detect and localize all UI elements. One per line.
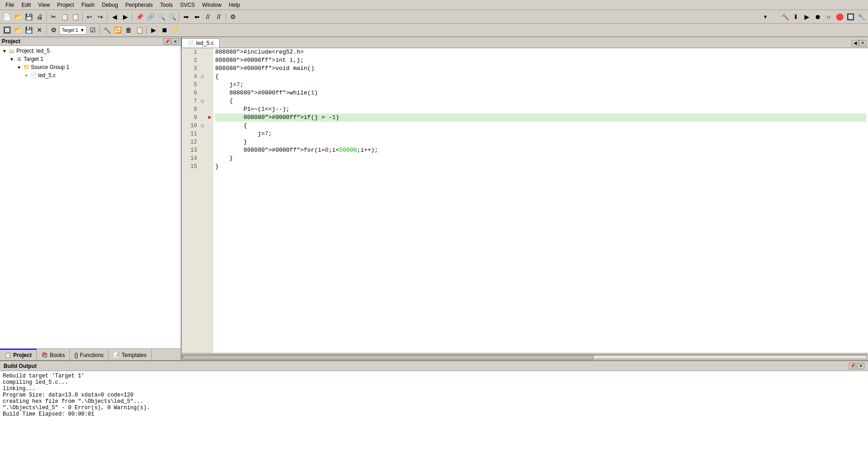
settings-button[interactable]: ⚙ <box>228 12 238 22</box>
target-close-button[interactable]: ✕ <box>35 25 44 35</box>
target-prop-button[interactable]: ⚙ <box>49 25 59 35</box>
flash-button[interactable]: ⚡ <box>170 25 180 35</box>
menu-view[interactable]: View <box>35 1 54 9</box>
run-button[interactable]: ▶ <box>148 25 158 35</box>
prev-button[interactable]: ◀ <box>109 12 119 22</box>
code-line-8[interactable]: P1=~(1<<j--); <box>215 105 866 114</box>
scrollbar-track[interactable] <box>182 355 867 359</box>
editor-scrollbar[interactable] <box>182 353 868 360</box>
menu-debug[interactable]: Debug <box>99 1 122 9</box>
tab-books[interactable]: 📚 Books <box>37 349 70 360</box>
save-button[interactable]: 💾 <box>24 12 34 22</box>
target-select-button[interactable]: ☑ <box>88 25 98 35</box>
rebuild-button[interactable]: 🔁 <box>113 25 123 35</box>
code-line-3[interactable]: 808080">#0000ff">void main() <box>215 64 866 73</box>
undo-button[interactable]: ↩ <box>84 12 94 22</box>
code-line-14[interactable]: } <box>215 154 866 163</box>
tab-functions[interactable]: {} Functions <box>70 349 108 360</box>
find-button[interactable]: 🔍 <box>167 12 177 22</box>
save-all-button[interactable]: 🖨 <box>35 12 44 22</box>
download-button[interactable]: ⬇ <box>791 12 801 22</box>
code-line-9[interactable]: 808080">#0000ff">if(j = -1) <box>215 114 866 122</box>
project-tab-label: Project <box>13 352 32 358</box>
new-file-button[interactable]: 📄 <box>2 12 12 22</box>
batch-button[interactable]: 📋 <box>134 25 144 35</box>
tab-templates[interactable]: 📝 Templates <box>108 349 152 360</box>
inspect-button[interactable]: 🔧 <box>856 12 866 22</box>
clean-button[interactable]: 🗑 <box>123 25 133 35</box>
reset-button[interactable]: ○ <box>824 12 833 22</box>
build-output-close-button[interactable]: ✕ <box>857 363 864 369</box>
editor-area: 📄 led_5.c ◀ ✕ 1234□567□89►10□1112131415 … <box>182 37 868 360</box>
cut-button[interactable]: ✂ <box>49 12 59 22</box>
menu-peripherals[interactable]: Peripherals <box>122 1 157 9</box>
tree-item-target[interactable]: ▼ 🖥 Target 1 <box>1 55 180 63</box>
fold-marker-7[interactable]: □ <box>199 99 206 104</box>
halt-button[interactable]: 🛑 <box>834 12 844 22</box>
code-editor[interactable]: 1234□567□89►10□1112131415 808080">#inclu… <box>182 48 868 353</box>
menu-flash[interactable]: Flash <box>78 1 98 9</box>
tree-toggle-source-group[interactable]: ▼ <box>15 64 23 71</box>
code-line-7[interactable]: { <box>215 97 866 105</box>
view-button[interactable]: 🔲 <box>845 12 855 22</box>
target-dropdown[interactable]: Target 1 ▼ <box>59 25 87 35</box>
code-line-10[interactable]: { <box>215 122 866 130</box>
menu-file[interactable]: File <box>2 1 18 9</box>
link-button[interactable]: 🔗 <box>145 12 155 22</box>
build-target-button[interactable]: 🔨 <box>102 25 112 35</box>
menu-edit[interactable]: Edit <box>18 1 35 9</box>
tree-item-source-group[interactable]: ▼ 📁 Source Group 1 <box>1 63 180 71</box>
outdent-button[interactable]: ⬅ <box>192 12 202 22</box>
target-save-button[interactable]: 💾 <box>24 25 34 35</box>
tree-toggle-target[interactable]: ▼ <box>8 55 15 63</box>
scrollbar-thumb[interactable] <box>183 355 593 360</box>
copy-button[interactable]: 📋 <box>59 12 69 22</box>
build2-button[interactable]: 🔨 <box>780 12 790 22</box>
editor-tab-led5c[interactable]: 📄 led_5.c <box>182 38 220 48</box>
paste-button[interactable]: 📋 <box>70 12 80 22</box>
tree-toggle-file[interactable]: + <box>23 72 30 79</box>
target-build-button[interactable]: 🔲 <box>2 25 12 35</box>
tab-project[interactable]: 📋 Project <box>0 349 37 360</box>
code-line-12[interactable]: } <box>215 138 866 146</box>
code-line-1[interactable]: 808080">#include<reg52.h> <box>215 48 866 56</box>
editor-expand-button[interactable]: ✕ <box>859 40 866 46</box>
editor-close-button[interactable]: ◀ <box>852 40 859 46</box>
panel-close-button[interactable]: ✕ <box>172 38 179 45</box>
code-line-13[interactable]: 808080">#0000ff">for(i=0;i<50000;i++); <box>215 146 866 154</box>
code-line-4[interactable]: { <box>215 73 866 81</box>
code-line-15[interactable]: } <box>215 163 866 171</box>
menu-project[interactable]: Project <box>54 1 78 9</box>
stop-button[interactable]: ⏺ <box>813 12 823 22</box>
gutter-line-4: 4□ <box>182 73 213 81</box>
redo-button[interactable]: ↪ <box>95 12 105 22</box>
debug-run-button[interactable]: ▶ <box>802 12 812 22</box>
open-button[interactable]: 📂 <box>13 12 23 22</box>
tree-toggle-project[interactable]: ▼ <box>1 47 8 55</box>
tree-item-project[interactable]: ▼ 🗂 Project: led_5 <box>1 47 180 55</box>
code-line-11[interactable]: j=7; <box>215 130 866 138</box>
menu-svcs[interactable]: SVCS <box>177 1 199 9</box>
menu-tools[interactable]: Tools <box>157 1 177 9</box>
uncomment-button[interactable]: // <box>214 12 224 22</box>
menu-window[interactable]: Window <box>198 1 225 9</box>
tree-item-led5c[interactable]: + 📄 led_5.c <box>1 71 180 79</box>
menu-help[interactable]: Help <box>225 1 244 9</box>
mode-button[interactable]: ▼ <box>752 12 779 22</box>
code-content[interactable]: 808080">#include<reg52.h>808080">#0000ff… <box>213 48 868 353</box>
comment-button[interactable]: // <box>203 12 213 22</box>
panel-pin-button[interactable]: 📌 <box>163 38 171 45</box>
search-button[interactable]: 🔍 <box>156 12 166 22</box>
fold-marker-4[interactable]: □ <box>199 74 206 79</box>
code-line-5[interactable]: j=7; <box>215 81 866 89</box>
fold-marker-10[interactable]: □ <box>199 124 206 129</box>
code-line-6[interactable]: 808080">#0000ff">while(1) <box>215 89 866 97</box>
stop2-button[interactable]: ⏹ <box>159 25 169 35</box>
panel-controls: 📌 ✕ <box>163 38 179 45</box>
next-button[interactable]: ▶ <box>120 12 130 22</box>
build-output-pin-button[interactable]: 📌 <box>849 363 856 369</box>
code-line-2[interactable]: 808080">#0000ff">int i,j; <box>215 56 866 64</box>
bookmark-button[interactable]: 📌 <box>134 12 144 22</box>
target-open-button[interactable]: 📂 <box>13 25 23 35</box>
indent-button[interactable]: ➡ <box>181 12 191 22</box>
